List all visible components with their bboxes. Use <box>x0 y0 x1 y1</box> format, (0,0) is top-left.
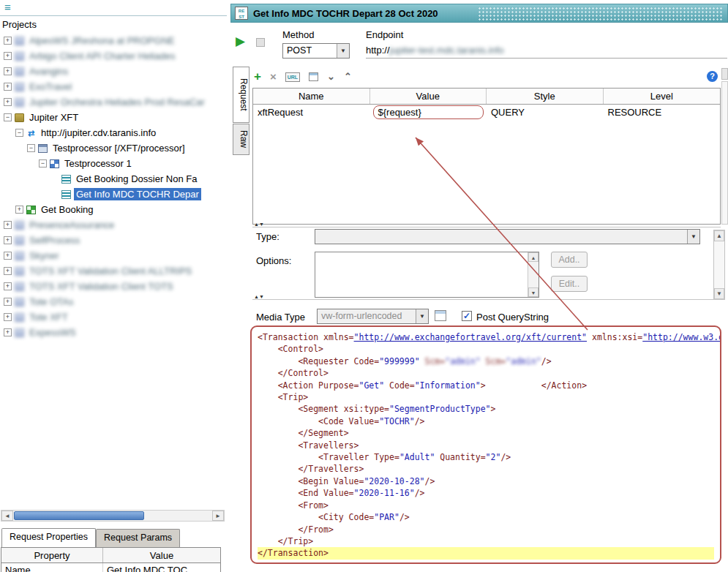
expand-icon[interactable]: + <box>4 267 12 275</box>
help-icon[interactable]: ? <box>707 71 718 82</box>
expand-icon[interactable]: + <box>4 67 12 75</box>
tree-item[interactable]: +TOTS XFT Validation Client TOTS <box>1 279 225 294</box>
splitter-divider[interactable] <box>252 227 721 227</box>
xml-line: <Requester Code="999999" Scm="admin" Scm… <box>258 355 714 367</box>
tab-request-properties[interactable]: Request Properties <box>1 528 96 547</box>
submit-request-button[interactable]: ▶ <box>236 34 245 49</box>
tree-item[interactable]: +Skyner <box>1 248 225 263</box>
scroll-down-icon[interactable]: ▼ <box>714 288 724 299</box>
tree-item[interactable]: +Arbigo Client API Charter Heliades <box>1 48 225 64</box>
param-value-cell[interactable]: ${request} <box>370 105 487 121</box>
xml-line: <City Code="PAR"/> <box>258 511 714 523</box>
hamburger-icon[interactable]: ≡ <box>4 1 11 13</box>
tree-item[interactable]: −⇄http://jupiter.cdv.taranis.info <box>1 125 225 140</box>
splitter-collapse-icon[interactable]: ▲▼ <box>254 222 264 227</box>
tree-horizontal-scrollbar[interactable]: ◄ ► <box>1 510 225 522</box>
tree-item[interactable]: +TOTS XFT Validation Client ALLTRIPS <box>1 263 225 279</box>
expand-icon[interactable]: + <box>4 52 12 60</box>
projects-root-label[interactable]: Projects <box>2 19 37 30</box>
tree-item-label: Jupiter XFT <box>27 111 80 124</box>
collapse-icon[interactable]: − <box>15 129 23 137</box>
chevron-down-icon[interactable]: ▼ <box>416 309 428 323</box>
params-table-header: Name Value Style Level <box>253 89 720 105</box>
expand-icon[interactable]: + <box>4 236 12 244</box>
expand-icon[interactable]: + <box>4 221 12 229</box>
delete-param-button[interactable]: × <box>270 71 277 83</box>
edit-option-button[interactable]: Edit.. <box>551 276 588 292</box>
tree-item[interactable]: +ExoTravel <box>1 79 225 94</box>
collapse-icon[interactable]: − <box>4 113 12 121</box>
scrollbar-thumb[interactable] <box>14 511 144 520</box>
tree-item[interactable]: +Jupiter Orchestra Heliades Prod ResaCar <box>1 94 225 110</box>
tree-item[interactable]: +PresenceAssurance <box>1 217 225 233</box>
tree-item[interactable]: +ExpessWS <box>1 325 225 340</box>
tree-item[interactable]: +SelfProcess <box>1 233 225 248</box>
request-window-titlebar[interactable]: RE ST Get Info MDC TOCHR Depart 28 Oct 2… <box>230 4 728 23</box>
tree-item[interactable]: −Get Info MDC TOCHR Depar <box>1 187 225 202</box>
tree-item[interactable]: −Jupiter XFT <box>1 110 225 125</box>
table-row[interactable]: xftRequest ${request} QUERY RESOURCE <box>253 105 720 121</box>
expand-icon[interactable]: + <box>4 313 12 321</box>
tree-item[interactable]: +Tote OTAs <box>1 294 225 309</box>
xml-line: <From> <box>258 500 714 511</box>
form-scrollbar[interactable]: ▲ ▼ <box>713 230 725 300</box>
tab-request-params[interactable]: Request Params <box>96 529 180 547</box>
expand-icon[interactable]: + <box>4 328 12 336</box>
expand-icon[interactable]: + <box>4 282 12 290</box>
media-type-label: Media Type <box>256 312 305 323</box>
move-down-icon[interactable]: ⌄ <box>327 72 335 81</box>
tree-item[interactable]: +Tote XFT <box>1 309 225 325</box>
xml-editor[interactable]: <Transaction xmlns="http://www.exchangef… <box>250 325 721 564</box>
media-type-select[interactable]: vw-form-urlencoded ▼ <box>317 309 429 324</box>
expand-icon[interactable]: + <box>4 252 12 260</box>
right-edge-scroll-track[interactable] <box>721 81 728 225</box>
update-from-url-button[interactable]: URL <box>285 72 300 82</box>
expand-icon[interactable]: + <box>4 37 12 45</box>
tree-item-label: TOTS XFT Validation Client ALLTRIPS <box>27 265 194 277</box>
param-name-cell[interactable]: xftRequest <box>253 105 370 121</box>
add-param-button[interactable]: + <box>254 70 261 83</box>
param-style-cell[interactable]: QUERY <box>487 105 604 121</box>
expand-icon[interactable]: + <box>4 83 12 91</box>
scroll-up-icon[interactable]: ▲ <box>714 230 724 241</box>
post-querystring-checkbox[interactable]: ✓ <box>462 311 472 321</box>
chevron-down-icon[interactable]: ▼ <box>337 44 349 58</box>
endpoint-input[interactable]: http://jupiter-test.mdc.taranis.info <box>366 43 727 59</box>
tree-item[interactable]: +AlpesWS JReshona at PROPGNE <box>1 33 225 48</box>
table-row[interactable]: Name Get Info MDC TOC <box>1 563 221 572</box>
recreate-request-icon[interactable] <box>435 310 446 321</box>
scroll-left-icon[interactable]: ◄ <box>1 511 13 521</box>
tree-item[interactable]: +Get Booking <box>1 202 225 217</box>
splitter-collapse-icon[interactable]: ▲▼ <box>254 294 264 299</box>
param-value-annotation-box[interactable]: ${request} <box>373 105 484 119</box>
scroll-right-icon[interactable]: ► <box>212 511 224 521</box>
chevron-down-icon[interactable]: ▼ <box>687 230 699 244</box>
tab-raw[interactable]: Raw <box>233 124 249 155</box>
method-select[interactable]: POST ▼ <box>282 43 350 59</box>
right-edge-scroll-button[interactable] <box>721 68 728 80</box>
move-up-icon[interactable]: ⌃ <box>344 72 352 81</box>
scroll-down-icon[interactable]: ▼ <box>528 287 539 297</box>
options-scrollbar[interactable]: ▲ ▼ <box>528 252 539 297</box>
cancel-request-button[interactable] <box>256 38 265 47</box>
options-listbox[interactable]: ▲ ▼ <box>315 252 539 298</box>
splitter-divider[interactable] <box>252 299 721 300</box>
scroll-up-icon[interactable]: ▲ <box>528 252 539 262</box>
param-level-cell[interactable]: RESOURCE <box>604 105 721 121</box>
expand-icon[interactable]: + <box>4 98 12 106</box>
project-tree[interactable]: +AlpesWS JReshona at PROPGNE+Arbigo Clie… <box>1 33 225 508</box>
collapse-icon[interactable]: − <box>39 159 47 168</box>
tree-item[interactable]: −Testprocessor 1 <box>1 156 225 171</box>
tree-item[interactable]: −Testprocessor [/XFT/processor] <box>1 140 225 156</box>
tab-request[interactable]: Request <box>233 67 249 123</box>
type-select[interactable]: ▼ <box>315 229 700 244</box>
xml-line: </From> <box>258 524 714 535</box>
expand-icon[interactable]: + <box>15 206 23 214</box>
collapse-icon[interactable]: − <box>27 144 35 152</box>
expand-icon[interactable]: + <box>4 298 12 306</box>
open-editor-icon[interactable] <box>309 72 318 81</box>
add-option-button[interactable]: Add.. <box>551 252 588 268</box>
tree-item-label: Testprocessor [/XFT/processor] <box>50 142 187 154</box>
tree-item[interactable]: +Avangins <box>1 64 225 79</box>
tree-item[interactable]: −Get Booking Dossier Non Fa <box>1 171 225 187</box>
